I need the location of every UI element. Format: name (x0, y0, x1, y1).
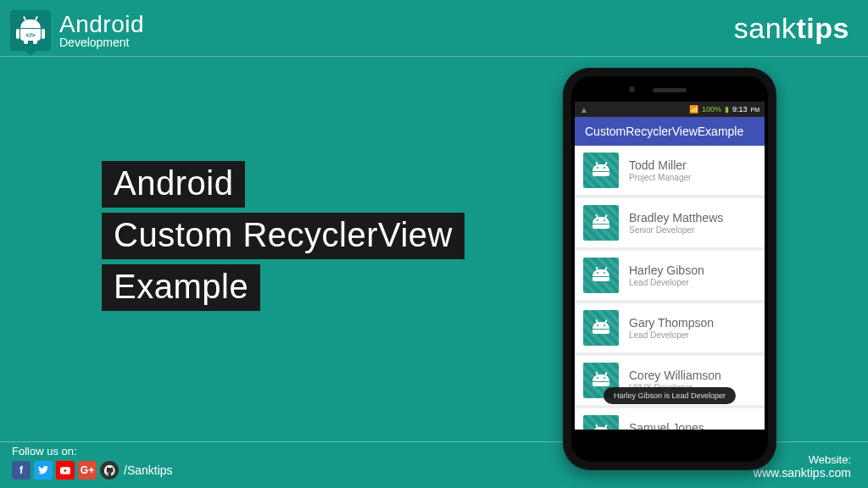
brand-part-thin: sank (734, 12, 797, 44)
android-icon (583, 415, 619, 430)
youtube-icon[interactable] (56, 461, 75, 480)
app-bar-title: CustomRecyclerViewExample (585, 125, 743, 138)
github-icon[interactable] (100, 461, 119, 480)
phone-screen: ▲ 📶 100% ▮ 9:13 PM CustomRecyclerViewExa… (575, 102, 765, 430)
status-warning-icon: ▲ (580, 105, 588, 114)
twitter-icon[interactable] (34, 461, 53, 480)
status-ampm: PM (751, 107, 760, 113)
page-title: Android Custom RecyclerView Example (102, 161, 465, 316)
android-icon (583, 258, 619, 293)
phone-mockup: ▲ 📶 100% ▮ 9:13 PM CustomRecyclerViewExa… (563, 68, 776, 470)
divider-top (0, 56, 868, 57)
title-line-2: Custom RecyclerView (102, 213, 465, 259)
follow-label: Follow us on: (12, 445, 173, 458)
person-role: Lead Developer (629, 278, 704, 287)
phone-camera (629, 86, 635, 92)
person-name: Harley Gibson (629, 263, 704, 277)
app-bar: CustomRecyclerViewExample (575, 117, 765, 146)
android-icon (583, 310, 619, 346)
facebook-icon[interactable]: f (12, 461, 31, 480)
person-name: Corey Williamson (629, 369, 721, 382)
android-icon (583, 152, 619, 188)
list-item[interactable]: Todd MillerProject Manager (575, 146, 765, 198)
list-item[interactable]: Gary ThompsonLead Developer (575, 303, 765, 356)
status-time: 9:13 (732, 105, 748, 114)
brand-part-bold: tips (797, 12, 849, 44)
phone-speaker (653, 88, 687, 92)
badge-title: Android (59, 12, 144, 36)
website-url: www.sanktips.com (754, 466, 851, 480)
signal-icon: 📶 (689, 105, 698, 114)
title-line-1: Android (102, 161, 245, 208)
status-bar: ▲ 📶 100% ▮ 9:13 PM (575, 102, 765, 117)
list-item[interactable]: Samuel JonesFront-End Developer (575, 408, 765, 430)
google-plus-icon[interactable]: G+ (78, 461, 97, 480)
person-role: Senior Developer (629, 225, 723, 235)
person-name: Gary Thompson (629, 316, 714, 330)
badge-subtitle: Development (59, 36, 144, 49)
title-line-3: Example (102, 264, 260, 311)
person-role: Project Manager (629, 173, 691, 182)
android-icon (583, 205, 619, 241)
brand-logo: sanktips (734, 12, 849, 45)
person-name: Bradley Matthews (629, 211, 723, 225)
list-item[interactable]: Bradley MatthewsSenior Developer (575, 198, 765, 251)
android-dev-badge: </> Android Development (10, 10, 144, 51)
list-item[interactable]: Harley GibsonLead Developer (575, 251, 765, 303)
battery-icon: ▮ (725, 105, 729, 114)
follow-us: Follow us on: f G+ /Sanktips (12, 445, 173, 480)
person-name: Samuel Jones (629, 421, 708, 430)
toast-message: Harley Gibson is Lead Developer (604, 387, 736, 404)
person-name: Todd Miller (629, 158, 691, 172)
android-dev-icon: </> (10, 10, 51, 51)
battery-percent: 100% (702, 105, 721, 114)
person-role: Lead Developer (629, 330, 714, 340)
social-handle: /Sanktips (124, 463, 173, 477)
